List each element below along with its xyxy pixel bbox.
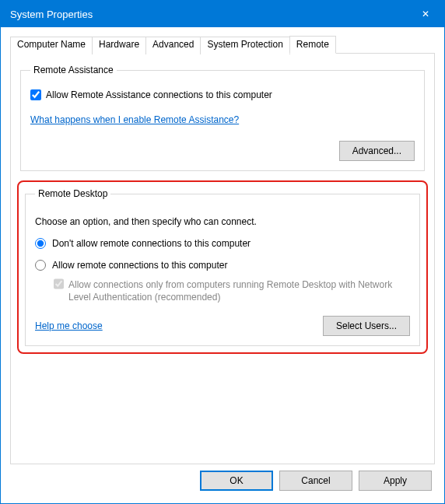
titlebar: System Properties ✕ (1, 1, 444, 27)
select-users-button[interactable]: Select Users... (323, 316, 410, 336)
apply-button[interactable]: Apply (359, 471, 432, 491)
radio-dont-allow[interactable] (35, 238, 46, 249)
tab-advanced[interactable]: Advanced (145, 37, 201, 54)
radio-allow-row[interactable]: Allow remote connections to this compute… (35, 260, 410, 271)
window-title: System Properties (10, 9, 408, 20)
tab-remote[interactable]: Remote (289, 36, 336, 54)
highlight-remote-desktop: Remote Desktop Choose an option, and the… (17, 180, 428, 354)
tab-computer-name[interactable]: Computer Name (10, 37, 93, 54)
advanced-button[interactable]: Advanced... (339, 141, 415, 161)
help-me-choose-link[interactable]: Help me choose (35, 320, 103, 331)
tab-system-protection[interactable]: System Protection (200, 37, 289, 54)
close-icon: ✕ (422, 9, 429, 19)
dialog-buttons: OK Cancel Apply (10, 464, 435, 499)
nla-label: Allow connections only from computers ru… (68, 278, 410, 303)
radio-dont-allow-row[interactable]: Don't allow remote connections to this c… (35, 238, 410, 249)
allow-remote-assistance-row[interactable]: Allow Remote Assistance connections to t… (30, 89, 415, 100)
tab-hardware[interactable]: Hardware (92, 37, 146, 54)
group-remote-assistance-legend: Remote Assistance (30, 65, 117, 75)
close-button[interactable]: ✕ (408, 2, 443, 26)
ok-button[interactable]: OK (200, 471, 273, 491)
nla-checkbox (54, 278, 64, 289)
allow-remote-assistance-checkbox[interactable] (30, 89, 41, 100)
group-remote-desktop: Remote Desktop Choose an option, and the… (25, 188, 420, 346)
group-remote-assistance: Remote Assistance Allow Remote Assistanc… (20, 65, 425, 171)
tab-strip: Computer Name Hardware Advanced System P… (10, 35, 435, 54)
radio-dont-allow-label: Don't allow remote connections to this c… (52, 238, 251, 249)
nla-row: Allow connections only from computers ru… (54, 278, 410, 303)
radio-allow-label: Allow remote connections to this compute… (52, 260, 227, 271)
radio-allow[interactable] (35, 260, 46, 271)
remote-desktop-instruction: Choose an option, and then specify who c… (35, 216, 410, 227)
content-area: Computer Name Hardware Advanced System P… (1, 27, 444, 503)
remote-assistance-help-link[interactable]: What happens when I enable Remote Assist… (30, 114, 239, 125)
tab-panel-remote: Remote Assistance Allow Remote Assistanc… (10, 54, 435, 464)
allow-remote-assistance-label: Allow Remote Assistance connections to t… (46, 89, 272, 100)
group-remote-desktop-legend: Remote Desktop (35, 188, 110, 199)
cancel-button[interactable]: Cancel (279, 471, 352, 491)
